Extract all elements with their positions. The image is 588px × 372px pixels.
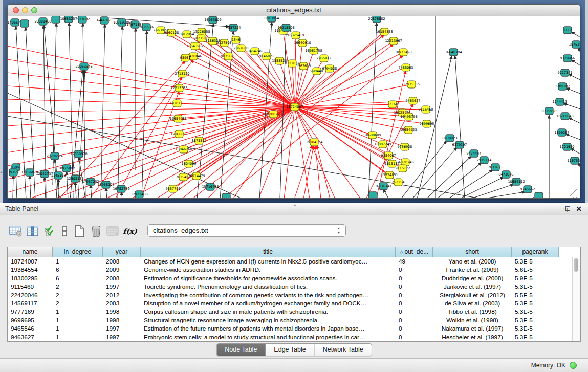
table-cell: 5.3E-5 (512, 282, 559, 291)
table-row[interactable]: 946554611997Estimation of the future num… (8, 324, 580, 333)
column-header-year[interactable]: year (103, 247, 141, 257)
graph-node-label: 20876882 (368, 17, 385, 21)
table-panel-header[interactable]: ▴ Table Panel ✕ (0, 203, 588, 215)
graph-node-label: 9146821 (259, 54, 274, 58)
dropdown-stepper-icon[interactable]: ▲ ▼ (336, 226, 341, 235)
float-panel-icon[interactable] (563, 206, 570, 213)
tab-node-table[interactable]: Node Table (216, 344, 266, 356)
column-header-in_degree[interactable]: in_degree (53, 247, 103, 257)
row-height-icon[interactable] (59, 224, 70, 238)
table-cell: 1 (53, 308, 103, 316)
table-settings-icon[interactable] (8, 224, 24, 238)
graph-edge (570, 189, 577, 196)
graph-node-label: 9857791 (166, 187, 181, 191)
network-window-title: citations_edges.txt (8, 5, 580, 15)
close-window-icon[interactable] (13, 7, 19, 13)
delete-icon[interactable] (89, 224, 104, 238)
table-type-tabs: Node TableEdge TableNetwork Table (216, 343, 372, 356)
close-panel-icon[interactable]: ✕ (576, 205, 582, 213)
table-source-value: citations_edges.txt (153, 227, 208, 234)
table-row[interactable]: 977716911998Corpus callosum shape and si… (8, 308, 580, 316)
network-window-titlebar[interactable]: citations_edges.txt (8, 5, 580, 16)
table-row[interactable]: 1938455462009Genome-wide association stu… (8, 266, 580, 274)
table-row[interactable]: 1830029562008Estimation of significance … (8, 274, 580, 282)
graph-node[interactable] (52, 16, 60, 23)
graph-node-label: 20206526 (46, 154, 63, 158)
column-header-title[interactable]: title (141, 247, 396, 257)
splitter-collapse-icon[interactable]: ◂ (0, 169, 3, 176)
graph-node-label: 6466161 (97, 18, 112, 23)
table-cell: Disruption of a novel member of a sodium… (141, 299, 396, 308)
graph-node-label: 18300295 (265, 112, 281, 116)
graph-node-label: 1899297 (555, 130, 570, 135)
table-cell: 5.3E-5 (512, 333, 559, 341)
citation-network-graph[interactable]: 1872400718300295193845541322605898275081… (8, 16, 580, 199)
table-row[interactable]: 1872400712008Changes of HCN gene express… (8, 257, 580, 266)
tab-edge-table[interactable]: Edge Table (266, 344, 314, 356)
table-scrollbar[interactable] (572, 257, 580, 341)
table-row[interactable]: 1456911722003Disruption of a novel membe… (8, 299, 580, 308)
table-cell: 9465546 (8, 324, 53, 333)
graph-node-label: 10973493 (395, 50, 411, 54)
minimize-window-icon[interactable] (22, 7, 28, 13)
table-toolbar: f(x) (8, 223, 139, 240)
graph-node-label: 2935114 (477, 158, 492, 162)
graph-node-label: 8215958 (542, 109, 557, 113)
scrollbar-thumb[interactable] (574, 258, 578, 272)
table-row[interactable]: 946362711997Embryonic stem cells: a mode… (8, 333, 580, 341)
table-row[interactable]: 969969511998Structural magnetic resonanc… (8, 316, 580, 324)
new-file-icon[interactable] (72, 224, 87, 238)
function-icon[interactable]: f(x) (122, 224, 138, 238)
column-header-out_de[interactable]: △out_de... (396, 247, 433, 257)
graph-edge (294, 145, 312, 199)
column-header-short[interactable]: short (433, 247, 512, 257)
graph-node-label: 16958107 (97, 183, 114, 187)
select-columns-icon[interactable] (42, 224, 57, 238)
graph-edge (295, 107, 335, 199)
graph-node[interactable] (222, 193, 230, 199)
graph-node-label: 1167531 (568, 159, 580, 163)
table-cell: de Silva et al. (2003) (433, 299, 512, 308)
graph-node[interactable] (369, 192, 377, 199)
graph-node-label: 9227341 (558, 71, 573, 75)
graph-node-label: 12505135 (67, 177, 83, 181)
graph-node-label: 16914479 (188, 174, 205, 178)
zoom-window-icon[interactable] (31, 7, 37, 13)
graph-edge (30, 176, 31, 199)
splitter-grip-icon[interactable]: ▴ (294, 204, 299, 206)
graph-node-label: 16961758 (305, 49, 322, 53)
table-cell: 22420046 (8, 291, 53, 299)
table-cell: 9463627 (8, 333, 53, 341)
graph-edge (417, 56, 452, 199)
table-cell: 9115460 (8, 282, 53, 291)
graph-edge (563, 103, 580, 109)
graph-node-label: 10975887 (58, 166, 75, 170)
memory-status-icon[interactable] (570, 362, 577, 369)
graph-edge (569, 74, 580, 80)
table-source-dropdown[interactable]: citations_edges.txt ▲ ▼ (147, 224, 346, 237)
table-cell: 0 (396, 266, 433, 274)
graph-node-label: 19495796 (400, 115, 417, 119)
graph-edge (91, 185, 92, 199)
graph-edge (569, 118, 580, 123)
graph-node-label: 9115460 (419, 107, 433, 112)
table-cell: 2008 (103, 257, 141, 266)
graph-node[interactable] (20, 20, 29, 27)
graph-node-label: 8471676 (499, 172, 514, 177)
graph-edge (315, 145, 321, 199)
table-row[interactable]: 911546021997Tourette syndrome. Phenomeno… (8, 282, 580, 291)
column-visibility-icon[interactable] (25, 224, 40, 238)
column-header-name[interactable]: name (8, 247, 53, 257)
graph-edge (75, 182, 76, 199)
column-header-pagerank[interactable]: pagerank (512, 247, 559, 257)
table-cell: 2009 (103, 266, 141, 274)
graph-edge (368, 23, 377, 199)
table-cell: 0 (396, 324, 433, 333)
table-cell: Dudbridge et al. (2008) (433, 274, 512, 282)
network-graph-canvas[interactable]: 1872400718300295193845541322605898275081… (8, 16, 580, 199)
tab-network-table[interactable]: Network Table (315, 344, 372, 356)
table-row[interactable]: 2242004622012Investigating the contribut… (8, 291, 580, 299)
network-window[interactable]: citations_edges.txt 18724007183002951938… (7, 4, 580, 199)
graph-node[interactable] (535, 192, 543, 199)
graph-node-label: 19654923 (400, 128, 417, 132)
